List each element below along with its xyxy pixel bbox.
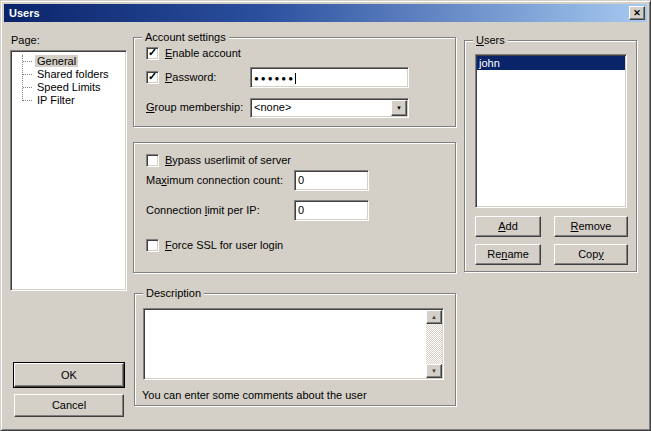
add-button[interactable]: Add: [475, 216, 541, 237]
list-item-john[interactable]: john: [477, 56, 625, 70]
page-tree: General Shared folders Speed Limits IP F…: [10, 50, 127, 291]
description-scrollbar[interactable]: ▲ ▼: [426, 310, 442, 378]
tree-item-general[interactable]: General: [11, 55, 126, 68]
window-title: Users: [9, 7, 40, 19]
bypass-userlimit-label: Bypass userlimit of server: [165, 154, 291, 167]
bypass-userlimit-checkbox[interactable]: [146, 154, 159, 167]
group-membership-select[interactable]: <none> ▼: [250, 98, 409, 118]
password-checkbox[interactable]: ✓: [146, 71, 159, 84]
tree-item-speed-limits[interactable]: Speed Limits: [11, 81, 126, 94]
ok-button[interactable]: OK: [14, 363, 124, 387]
remove-button[interactable]: Remove: [554, 216, 628, 237]
tree-connector-icon: [23, 87, 32, 88]
group-membership-label: Group membership:: [146, 101, 243, 114]
users-dialog: Users ✕ Page: General Shared folders Spe…: [0, 0, 651, 431]
title-bar: Users ✕: [4, 4, 647, 22]
check-icon: ✓: [148, 46, 157, 59]
users-list[interactable]: john: [475, 54, 627, 208]
scroll-up-icon[interactable]: ▲: [426, 310, 442, 324]
enable-account-checkbox[interactable]: ✓: [146, 47, 159, 60]
copy-button[interactable]: Copy: [554, 244, 628, 265]
max-connections-input[interactable]: 0: [294, 170, 369, 191]
ip-limit-label: Connection limit per IP:: [146, 204, 260, 217]
check-icon: ✓: [148, 70, 157, 83]
scroll-down-icon[interactable]: ▼: [426, 364, 442, 378]
group-membership-value: <none>: [254, 101, 291, 114]
rename-button[interactable]: Rename: [475, 244, 541, 265]
close-icon[interactable]: ✕: [629, 6, 645, 20]
password-masked-value: ●●●●●●: [254, 74, 295, 83]
force-ssl-checkbox[interactable]: [146, 239, 159, 252]
tree-item-shared-folders[interactable]: Shared folders: [11, 68, 126, 81]
max-connections-label: Maximum connection count:: [146, 174, 283, 187]
tree-connector-icon: [23, 100, 32, 101]
force-ssl-label: Force SSL for user login: [165, 239, 283, 252]
tree-item-ip-filter[interactable]: IP Filter: [11, 94, 126, 107]
tree-connector-icon: [23, 61, 32, 62]
cancel-button[interactable]: Cancel: [14, 394, 124, 417]
enable-account-label: Enable account: [165, 47, 241, 60]
account-settings-title: Account settings: [142, 31, 229, 44]
password-input[interactable]: ●●●●●●: [250, 67, 409, 88]
description-hint: You can enter some comments about the us…: [142, 389, 367, 402]
users-group-title: Users: [473, 34, 508, 47]
tree-connector-icon: [23, 74, 32, 75]
description-textarea[interactable]: ▲ ▼: [143, 308, 444, 380]
password-label: Password:: [165, 71, 216, 84]
ip-limit-input[interactable]: 0: [294, 200, 369, 221]
text-caret: [295, 73, 296, 84]
page-label: Page:: [11, 34, 40, 47]
chevron-down-icon[interactable]: ▼: [391, 100, 407, 116]
description-title: Description: [143, 287, 204, 300]
